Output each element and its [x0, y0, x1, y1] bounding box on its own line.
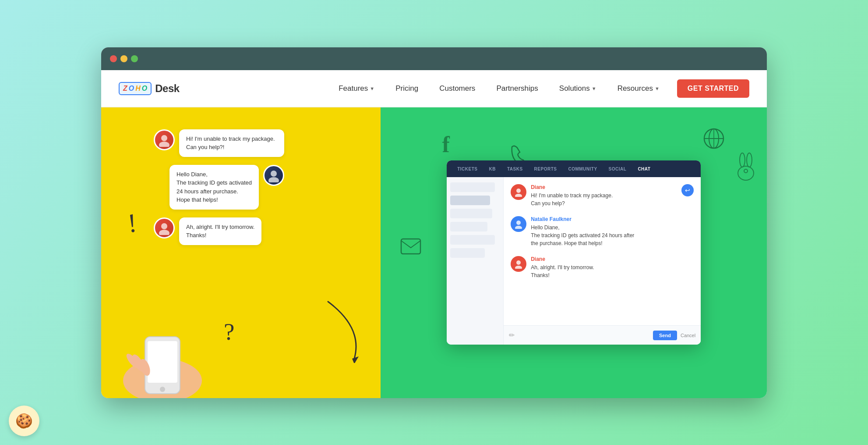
thread-avatar-diane-1: [511, 184, 526, 200]
navbar: Z O H O Desk Features ▼ Pricing Customer…: [101, 70, 767, 107]
desk-sidebar: [447, 177, 504, 345]
svg-point-25: [516, 221, 521, 225]
chat-row-3: Ah, alright. I'll try tomorrow. Thanks!: [154, 217, 284, 245]
desk-body: Diane Hi! I'm unable to track my package…: [447, 177, 701, 345]
thread-content-3: Diane Ah, alright. I'll try tomorrow.Tha…: [531, 256, 694, 279]
desk-reply-bar: ✏ Send Cancel: [504, 325, 701, 345]
chat-row-2: Hello Diane, The tracking ID gets activa…: [154, 165, 284, 210]
svg-point-28: [515, 266, 522, 269]
svg-point-9: [160, 387, 165, 392]
rabbit-icon: [733, 151, 759, 182]
sidebar-item-6[interactable]: [450, 248, 485, 258]
thread-avatar-natalie: [511, 216, 526, 232]
svg-point-26: [515, 226, 522, 229]
thread-message-3: Diane Ah, alright. I'll try tomorrow.Tha…: [511, 256, 694, 279]
nav-customers[interactable]: Customers: [429, 81, 486, 96]
desk-tab-reports[interactable]: REPORTS: [529, 164, 562, 174]
solutions-dropdown-arrow: ▼: [592, 86, 596, 91]
user-avatar-2: [154, 217, 175, 239]
thread-name-natalie: Natalie Faulkner: [531, 216, 694, 222]
desk-tab-tasks[interactable]: TASKS: [502, 164, 528, 174]
chat-bubble-1: Hi! I'm unable to track my package. Can …: [179, 129, 284, 157]
svg-point-20: [740, 153, 745, 167]
logo: Z O H O Desk: [119, 82, 180, 95]
browser-close-dot[interactable]: [110, 55, 117, 62]
desk-tab-tickets[interactable]: TICKETS: [452, 164, 483, 174]
agent-avatar-1: [263, 165, 284, 186]
thread-avatar-diane-2: [511, 256, 526, 272]
content-area: Hi! I'm unable to track my package. Can …: [101, 107, 767, 398]
desk-main-chat: Diane Hi! I'm unable to track my package…: [504, 177, 701, 345]
nav-resources[interactable]: Resources ▼: [607, 81, 670, 96]
browser-minimize-dot[interactable]: [120, 55, 127, 62]
chat-row-1: Hi! I'm unable to track my package. Can …: [154, 129, 284, 157]
sidebar-item-4[interactable]: [450, 222, 487, 231]
features-dropdown-arrow: ▼: [370, 86, 374, 91]
get-started-button[interactable]: GET STARTED: [677, 79, 749, 98]
svg-point-27: [516, 260, 521, 265]
svg-point-0: [161, 135, 167, 141]
thread-icon-reply[interactable]: ↩: [681, 184, 694, 196]
thread-message-2: Natalie Faulkner Hello Diane,The trackin…: [511, 216, 694, 247]
svg-point-5: [159, 230, 169, 235]
email-icon: [400, 238, 421, 255]
thread-text-2: Hello Diane,The tracking ID gets activat…: [531, 224, 694, 247]
arrow-curve-icon: [319, 293, 372, 363]
svg-point-24: [515, 194, 522, 197]
svg-point-22: [744, 169, 748, 173]
svg-rect-8: [148, 341, 177, 383]
svg-point-1: [159, 142, 169, 147]
exclamation-icon: !: [123, 207, 140, 239]
desk-screenshot: TICKETS KB TASKS REPORTS COMMUNITY SOCIA…: [447, 160, 701, 345]
logo-o1: O: [129, 85, 134, 93]
facebook-icon: f: [442, 132, 449, 157]
thread-name-diane-2: Diane: [531, 256, 694, 262]
nav-partnerships[interactable]: Partnerships: [486, 81, 548, 96]
svg-point-3: [268, 177, 279, 182]
sidebar-item-3[interactable]: [450, 209, 492, 218]
resources-dropdown-arrow: ▼: [655, 86, 660, 91]
nav-pricing[interactable]: Pricing: [385, 81, 429, 96]
left-yellow-panel: Hi! I'm unable to track my package. Can …: [101, 107, 381, 398]
send-button[interactable]: Send: [653, 331, 677, 340]
desk-tab-chat[interactable]: CHAT: [632, 164, 656, 174]
svg-marker-13: [352, 356, 359, 363]
thread-message-1: Diane Hi! I'm unable to track my package…: [511, 184, 694, 207]
svg-point-2: [271, 171, 277, 177]
browser-maximize-dot[interactable]: [131, 55, 138, 62]
logo-o2: O: [142, 85, 147, 93]
nav-links: Features ▼ Pricing Customers Partnership…: [328, 79, 749, 98]
user-avatar-1: [154, 129, 175, 150]
logo-z: Z: [123, 85, 127, 93]
right-green-panel: f: [381, 107, 767, 398]
cancel-button[interactable]: Cancel: [681, 333, 695, 338]
thread-content-1: Diane Hi! I'm unable to track my package…: [531, 184, 677, 207]
sidebar-item-5[interactable]: [450, 235, 495, 245]
svg-rect-18: [401, 239, 420, 254]
globe-icon: [702, 127, 725, 150]
sidebar-item-1[interactable]: [450, 182, 495, 192]
browser-chrome: [101, 47, 767, 70]
thread-name-diane-1: Diane: [531, 184, 677, 190]
nav-solutions[interactable]: Solutions ▼: [549, 81, 607, 96]
chat-bubble-3: Ah, alright. I'll try tomorrow. Thanks!: [179, 217, 261, 245]
thread-content-2: Natalie Faulkner Hello Diane,The trackin…: [531, 216, 694, 247]
svg-point-21: [747, 153, 752, 167]
desk-tab-social[interactable]: SOCIAL: [603, 164, 632, 174]
pencil-icon: ✏: [509, 331, 515, 339]
phone-illustration: [101, 302, 233, 398]
desk-tab-community[interactable]: COMMUNITY: [563, 164, 602, 174]
svg-point-4: [161, 223, 167, 229]
sidebar-item-2[interactable]: [450, 196, 490, 205]
logo-desk: Desk: [155, 82, 179, 95]
thread-text-1: Hi! I'm unable to track my package.Can y…: [531, 192, 677, 207]
zoho-badge: Z O H O: [119, 82, 152, 95]
chat-bubble-2: Hello Diane, The tracking ID gets activa…: [169, 165, 259, 210]
chat-bubbles-overlay: Hi! I'm unable to track my package. Can …: [154, 129, 284, 245]
svg-point-23: [516, 189, 521, 193]
browser-window: Z O H O Desk Features ▼ Pricing Customer…: [101, 47, 767, 398]
desk-tab-kb[interactable]: KB: [483, 164, 501, 174]
chat-thread: Diane Hi! I'm unable to track my package…: [504, 177, 701, 286]
desk-tab-bar: TICKETS KB TASKS REPORTS COMMUNITY SOCIA…: [447, 160, 701, 177]
nav-features[interactable]: Features ▼: [328, 81, 385, 96]
